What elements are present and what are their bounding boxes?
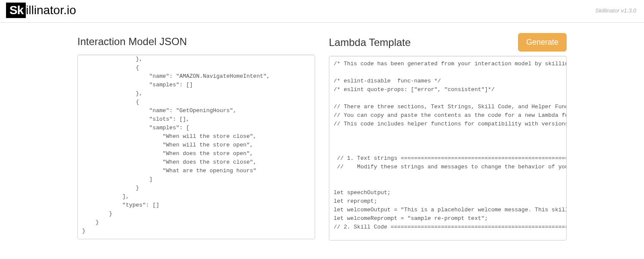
left-column-header: Interaction Model JSON [77, 33, 315, 50]
left-column: Interaction Model JSON [77, 33, 315, 242]
right-column: Lambda Template Generate [329, 33, 567, 242]
logo[interactable]: Skillinator.io [6, 3, 76, 18]
logo-prefix: Sk [6, 3, 26, 18]
right-column-header: Lambda Template Generate [329, 33, 567, 52]
main-container: Interaction Model JSON Lambda Template G… [0, 23, 644, 251]
version-label: Skillinator v1.3.0 [595, 7, 636, 14]
header-bar: Skillinator.io Skillinator v1.3.0 [0, 0, 644, 23]
interaction-model-title: Interaction Model JSON [77, 36, 187, 48]
lambda-template-title: Lambda Template [329, 37, 411, 49]
generate-button[interactable]: Generate [518, 33, 567, 52]
lambda-template-textarea[interactable] [329, 56, 567, 241]
logo-suffix: illinator.io [26, 3, 76, 17]
interaction-model-textarea[interactable] [77, 55, 315, 239]
